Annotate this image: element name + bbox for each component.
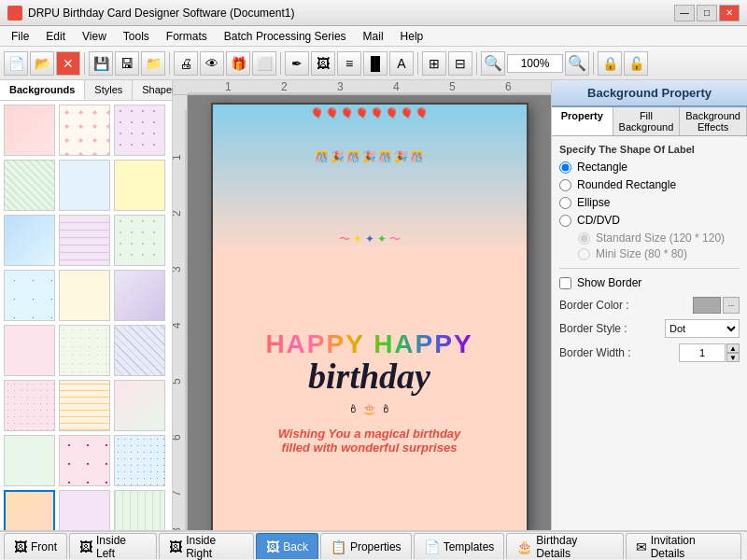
tab-properties[interactable]: 📋 Properties	[320, 533, 412, 559]
open-button[interactable]: 📂	[30, 51, 54, 76]
bg-thumb-23[interactable]	[59, 490, 110, 530]
prop-tab-property[interactable]: Property	[552, 107, 613, 135]
menu-mail[interactable]: Mail	[356, 28, 391, 45]
width-decrement-button[interactable]: ▼	[726, 353, 740, 362]
bg-thumb-6[interactable]	[114, 160, 165, 211]
show-border-checkbox-row[interactable]: Show Border	[559, 276, 740, 289]
svg-text:4: 4	[393, 80, 400, 93]
window-controls[interactable]: — □ ✕	[674, 5, 740, 21]
birthday-script-text: birthday	[308, 356, 430, 397]
menu-edit[interactable]: Edit	[38, 28, 73, 45]
menu-batch[interactable]: Batch Processing Series	[217, 28, 354, 45]
minimize-button[interactable]: —	[674, 5, 695, 21]
preview-button[interactable]: 👁	[200, 51, 224, 76]
shape-ellipse[interactable]: Ellipse	[559, 196, 740, 209]
bg-thumb-2[interactable]	[59, 105, 110, 156]
bg-thumb-19[interactable]	[4, 435, 55, 486]
cd-size-mini[interactable]: Mini Size (80 * 80)	[578, 247, 740, 260]
bg-thumb-20[interactable]	[59, 435, 110, 486]
wish-text: Wishing You a magical birthdayfilled wit…	[278, 427, 461, 455]
close-button[interactable]: ✕	[719, 5, 740, 21]
table-button[interactable]: ⊞	[422, 51, 446, 76]
tab-styles[interactable]: Styles	[85, 80, 133, 100]
bg-thumb-17[interactable]	[59, 380, 110, 431]
tab-inside-right-icon: 🖼	[169, 539, 182, 554]
image-button[interactable]: 🖼	[311, 51, 335, 76]
show-border-checkbox[interactable]	[559, 277, 571, 289]
save-button[interactable]: 💾	[89, 51, 113, 76]
separator-1	[559, 268, 740, 269]
text-button[interactable]: A	[389, 51, 414, 76]
zoom-display: 100%	[507, 54, 563, 73]
bg-thumb-14[interactable]	[59, 325, 110, 376]
bg-thumb-21[interactable]	[114, 435, 165, 486]
tab-templates[interactable]: 📄 Templates	[414, 533, 505, 559]
cd-size-standard[interactable]: Standard Size (120 * 120)	[578, 231, 740, 245]
tab-backgrounds[interactable]: Backgrounds	[0, 80, 85, 100]
shape-rounded[interactable]: Rounded Rectangle	[559, 178, 740, 191]
menu-bar: File Edit View Tools Formats Batch Proce…	[0, 26, 747, 47]
print-button[interactable]: 🖨	[174, 51, 198, 76]
shape-cddvd[interactable]: CD/DVD	[559, 214, 740, 227]
new-button[interactable]: 📄	[4, 51, 28, 76]
zoom-minus-button[interactable]: 🔍	[565, 51, 589, 76]
tab-front[interactable]: 🖼 Front	[4, 533, 67, 559]
bg-thumb-12[interactable]	[114, 270, 165, 321]
folder-button[interactable]: 📁	[141, 51, 165, 76]
tab-inside-left[interactable]: 🖼 Inside Left	[69, 533, 157, 559]
width-increment-button[interactable]: ▲	[726, 343, 740, 353]
bg-thumb-10[interactable]	[4, 270, 55, 321]
svg-text:7: 7	[173, 490, 183, 497]
lock-button[interactable]: 🔒	[598, 51, 622, 76]
border-width-input[interactable]	[679, 343, 726, 362]
close-doc-button[interactable]: ✕	[56, 51, 80, 76]
save-as-button[interactable]: 🖫	[115, 51, 139, 76]
menu-tools[interactable]: Tools	[116, 28, 157, 45]
bg-thumb-4[interactable]	[4, 160, 55, 211]
tab-invitation-details[interactable]: ✉ Invitation Details	[626, 533, 741, 559]
square-button[interactable]: ⬜	[252, 51, 276, 76]
pen-button[interactable]: ✒	[285, 51, 309, 76]
tab-inside-right[interactable]: 🖼 Inside Right	[159, 533, 254, 559]
card-canvas[interactable]: 🎈🎈🎈🎈🎈🎈🎈🎈 🎊🎉🎊🎉🎊🎉🎊 〜✦✦✦〜 HAPPY HAPPY birth…	[211, 103, 529, 530]
border-color-swatch[interactable]	[693, 297, 721, 314]
bg-thumb-8[interactable]	[59, 215, 110, 266]
barcode-button[interactable]: ▐▌	[363, 51, 388, 76]
menu-view[interactable]: View	[75, 28, 114, 45]
border-color-picker-button[interactable]: ···	[723, 297, 740, 314]
tab-invitation-label: Invitation Details	[651, 534, 731, 560]
title-bar: DRPU Birthday Card Designer Software (Do…	[0, 0, 747, 26]
tab-birthday-details[interactable]: 🎂 Birthday Details	[506, 533, 623, 559]
bg-thumb-22[interactable]	[4, 490, 55, 530]
bg-thumb-13[interactable]	[4, 325, 55, 376]
grid-button[interactable]: ⊟	[448, 51, 472, 76]
shape-rectangle[interactable]: Rectangle	[559, 161, 740, 174]
svg-text:4: 4	[173, 322, 183, 329]
border-style-select[interactable]: Dot Dash Solid	[665, 319, 740, 338]
prop-tab-effects[interactable]: Background Effects	[680, 107, 747, 135]
zoom-out-button[interactable]: 🔍	[481, 51, 505, 76]
bg-thumb-18[interactable]	[114, 380, 165, 431]
menu-formats[interactable]: Formats	[159, 28, 215, 45]
bg-thumb-9[interactable]	[114, 215, 165, 266]
tab-back[interactable]: 🖼 Back	[256, 533, 318, 559]
maximize-button[interactable]: □	[697, 5, 717, 21]
bg-thumb-11[interactable]	[59, 270, 110, 321]
bg-thumb-1[interactable]	[4, 105, 55, 156]
gift-button[interactable]: 🎁	[226, 51, 250, 76]
menu-file[interactable]: File	[4, 28, 36, 45]
bg-thumb-7[interactable]	[4, 215, 55, 266]
menu-help[interactable]: Help	[393, 28, 431, 45]
bg-thumb-3[interactable]	[114, 105, 165, 156]
bg-thumb-5[interactable]	[59, 160, 110, 211]
lines-button[interactable]: ≡	[337, 51, 361, 76]
bg-thumb-16[interactable]	[4, 380, 55, 431]
tab-front-label: Front	[31, 540, 57, 553]
lock2-button[interactable]: 🔓	[624, 51, 648, 76]
svg-text:5: 5	[173, 378, 183, 385]
bg-thumb-15[interactable]	[114, 325, 165, 376]
bg-thumb-24[interactable]	[114, 490, 165, 530]
property-body: Specify The Shape Of Label Rectangle Rou…	[552, 136, 747, 530]
prop-tab-fill[interactable]: Fill Background	[613, 107, 681, 135]
svg-text:6: 6	[505, 80, 512, 93]
